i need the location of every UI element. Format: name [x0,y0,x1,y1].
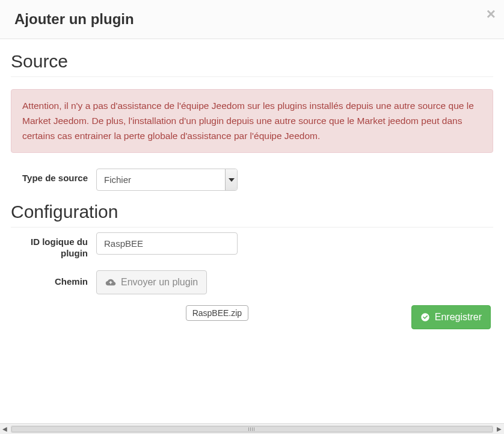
check-circle-icon [420,312,430,322]
row-plugin-id: ID logique du plugin [11,232,493,259]
source-type-select[interactable] [96,169,238,191]
save-button-label: Enregistrer [435,312,482,322]
label-path: Chemin [11,270,96,288]
modal-body: Source Attention, il n'y a pas d'assista… [0,39,504,344]
row-path: Chemin Envoyer un plugin [11,270,493,294]
scroll-right-arrow[interactable]: ▶ [494,424,504,434]
scroll-track[interactable] [11,426,493,433]
source-type-value[interactable] [96,169,238,191]
footer-row: RaspBEE.zip Enregistrer [11,305,493,329]
warning-alert: Attention, il n'y a pas d'assistance de … [11,89,493,153]
horizontal-scrollbar[interactable]: ◀ ▶ [0,423,504,434]
cloud-upload-icon [105,278,116,287]
scroll-thumb[interactable] [11,426,493,432]
row-source-type: Type de source [11,169,493,191]
close-icon[interactable]: × [487,6,496,22]
plugin-id-input[interactable] [96,232,238,255]
label-source-type: Type de source [11,169,96,184]
upload-plugin-button[interactable]: Envoyer un plugin [96,270,207,294]
section-configuration-heading: Configuration [11,202,493,228]
upload-plugin-label: Envoyer un plugin [121,277,198,287]
section-source-heading: Source [11,51,493,77]
save-button[interactable]: Enregistrer [411,305,491,329]
label-plugin-id: ID logique du plugin [11,232,96,259]
modal-title: Ajouter un plugin [14,11,492,28]
uploaded-file-chip: RaspBEE.zip [186,305,248,321]
modal-header: Ajouter un plugin × [0,0,504,39]
scroll-left-arrow[interactable]: ◀ [0,424,10,434]
